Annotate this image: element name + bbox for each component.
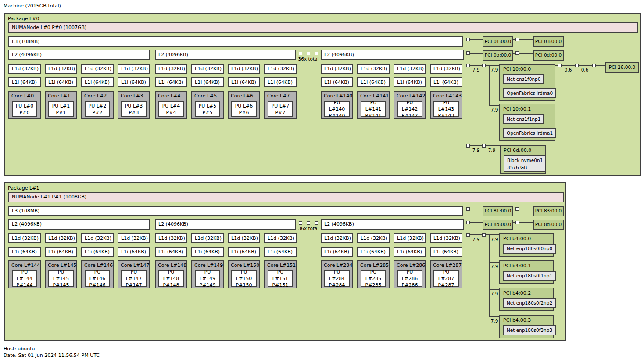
pu-l-label: PU L#147	[122, 269, 146, 282]
pci-box: PCI 0d:00.0	[533, 50, 564, 61]
core-label: Core L#149	[194, 263, 223, 268]
l2-cache: L2 (4096KB)	[321, 219, 464, 230]
l1i-cache: L1i (64KB)	[8, 77, 41, 87]
core-box: Core L#142PU L#142P#142	[394, 91, 426, 119]
core-box: Core L#286PU L#286P#286	[394, 260, 426, 288]
link-speed-label: 7.9	[488, 237, 501, 242]
pci-label: PCI 6d:00.0	[504, 148, 531, 153]
core-label: Core L#2	[84, 93, 107, 99]
l1d-cache: L1d (32KB)	[394, 64, 426, 74]
bridge-square	[592, 64, 596, 67]
pu-p-label: P#144	[17, 282, 33, 288]
pu-p-label: P#141	[365, 112, 382, 119]
l1d-cache: L1d (32KB)	[321, 233, 353, 243]
core-label: Core L#144	[11, 263, 40, 268]
core-label: Core L#286	[397, 263, 425, 268]
l1d-cache: L1d (32KB)	[155, 233, 187, 243]
l1i-cache: L1i (64KB)	[228, 247, 260, 257]
core-label: Core L#146	[84, 263, 113, 268]
l1d-cache: L1d (32KB)	[191, 233, 224, 243]
pu-p-label: P#142	[402, 112, 418, 119]
link-line	[489, 105, 499, 106]
core-label: Core L#148	[158, 263, 186, 268]
pu-p-label: P#6	[239, 109, 249, 116]
l2-cache: L2 (4096KB)	[8, 219, 150, 230]
lstopo-canvas: Machine (2015GB total) Package L#0NUMANo…	[0, 0, 644, 360]
pu-box: PU L#149P#149	[195, 270, 220, 287]
l1i-cache: L1i (64KB)	[394, 77, 426, 87]
net-device: Net ens1f1np1	[503, 114, 544, 124]
pu-box: PU L#1P#1	[48, 101, 74, 117]
pu-p-label: P#4	[166, 109, 176, 116]
link-speed-label: 7.9	[488, 67, 501, 72]
pci-label: PCI 10:00.0	[503, 66, 531, 72]
l1i-cache: L1i (64KB)	[8, 247, 41, 257]
legend: Host: ubuntu Date: Sat 01 Jun 2024 11:56…	[4, 346, 100, 359]
link-line	[555, 65, 605, 66]
pci-box: PCI 6d:00.0Block nvme0n13576 GB	[500, 145, 546, 174]
pu-l-label: PU L#145	[49, 269, 73, 282]
link-line	[468, 222, 483, 223]
bridge-square	[515, 38, 519, 41]
l1d-cache: L1d (32KB)	[81, 64, 114, 74]
pci-box: PCI 10:00.0Net ens1f0np0OpenFabrics irdm…	[499, 64, 555, 101]
pu-l-label: PU L#286	[398, 269, 422, 282]
core-label: Core L#285	[360, 263, 389, 268]
pu-box: PU L#141P#141	[361, 101, 386, 117]
l1d-cache: L1d (32KB)	[118, 64, 150, 74]
ellipsis-square	[299, 52, 302, 55]
l1d-cache: L1d (32KB)	[394, 233, 426, 243]
core-label: Core L#287	[433, 263, 462, 268]
pci-box: PCI 81:00.0	[483, 206, 513, 216]
numa-node: NUMANode L#0 P#0 (1007GB)	[8, 22, 638, 33]
core-box: Core L#284PU L#284P#284	[321, 260, 353, 288]
core-box: Core L#287PU L#287P#287	[430, 260, 462, 288]
l1d-cache: L1d (32KB)	[191, 64, 224, 74]
ellipsis-squares	[299, 52, 318, 55]
l1i-cache: L1i (64KB)	[264, 247, 297, 257]
bridge-square	[466, 221, 470, 224]
pu-box: PU L#7P#7	[268, 101, 293, 117]
core-label: Core L#284	[324, 263, 352, 268]
pu-box: PU L#146P#146	[85, 270, 110, 287]
bridge-square	[515, 51, 519, 55]
l3-cache: L3 (108MB)	[8, 206, 463, 216]
bridge-square	[515, 221, 519, 224]
bridge-square	[482, 233, 486, 237]
l1d-cache: L1d (32KB)	[357, 64, 390, 74]
pu-l-label: PU L#143	[434, 99, 458, 112]
core-label: Core L#3	[121, 93, 143, 99]
l2-cache: L2 (4096KB)	[8, 50, 150, 60]
core-box: Core L#146PU L#146P#146	[81, 260, 114, 288]
pu-l-label: PU L#148	[159, 269, 183, 282]
core-box: Core L#144PU L#144P#144	[8, 260, 41, 288]
l1i-cache: L1i (64KB)	[430, 77, 462, 87]
l1d-cache: L1d (32KB)	[8, 233, 41, 243]
pu-box: PU L#287P#287	[433, 270, 459, 287]
pu-box: PU L#5P#5	[195, 101, 220, 117]
pu-box: PU L#144P#144	[12, 270, 37, 287]
pu-p-label: P#143	[438, 112, 454, 119]
l2-cache: L2 (4096KB)	[321, 50, 464, 60]
bridge-square	[466, 233, 470, 237]
l1d-cache: L1d (32KB)	[264, 233, 297, 243]
l1i-cache: L1i (64KB)	[118, 247, 150, 257]
pu-p-label: P#0	[20, 109, 30, 116]
bridge-square	[558, 64, 562, 67]
pu-p-label: P#149	[200, 282, 216, 288]
core-box: Core L#0PU L#0P#0	[8, 91, 41, 119]
l1i-cache: L1i (64KB)	[118, 77, 150, 87]
pu-l-label: PU L#1	[52, 103, 70, 109]
link-line	[468, 39, 483, 40]
pci-box: PCI b4:00.1Net enp180s0f1np1	[499, 260, 554, 284]
pu-p-label: P#148	[163, 282, 179, 288]
l1i-cache: L1i (64KB)	[191, 77, 224, 87]
bridge-square	[482, 144, 486, 148]
pu-box: PU L#284P#284	[324, 270, 350, 287]
pu-l-label: PU L#2	[89, 103, 107, 109]
pu-box: PU L#0P#0	[12, 101, 37, 117]
l1i-cache: L1i (64KB)	[321, 247, 353, 257]
ellipsis-label: 36x total	[298, 226, 319, 231]
l1d-cache: L1d (32KB)	[321, 64, 353, 74]
pci-box: PCI 26:00.0	[605, 62, 639, 73]
